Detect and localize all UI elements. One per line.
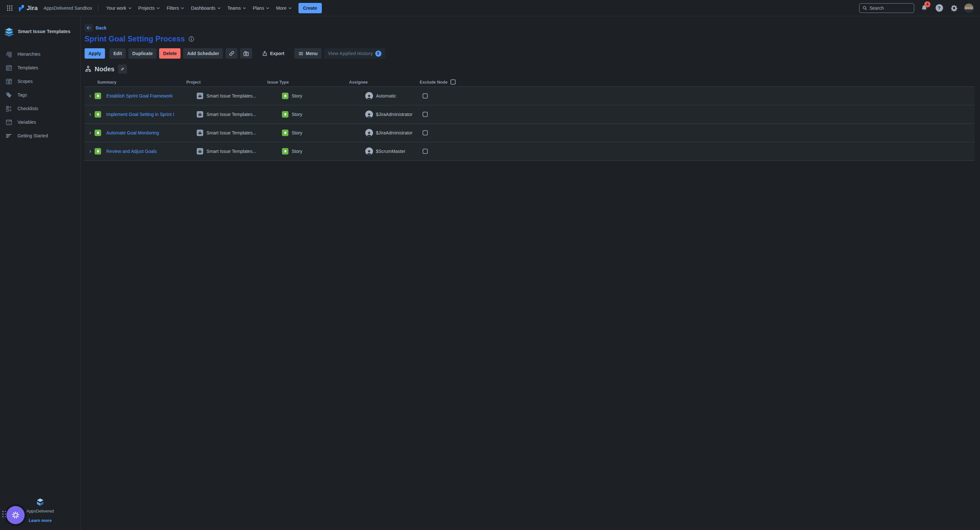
nav-item-dashboards[interactable]: Dashboards bbox=[188, 3, 224, 13]
expand-nodes-button[interactable] bbox=[118, 65, 127, 73]
exclude-node-checkbox[interactable] bbox=[423, 130, 428, 135]
app-switcher-button[interactable] bbox=[5, 3, 15, 13]
sidebar-item-checklists[interactable]: Checklists bbox=[0, 102, 80, 115]
jira-logo-icon bbox=[18, 4, 25, 12]
info-icon[interactable] bbox=[188, 36, 194, 42]
primary-nav: Your work Projects Filters Dashboards Te… bbox=[103, 3, 295, 13]
assignee-name: Automatic bbox=[376, 93, 396, 98]
tags-icon bbox=[5, 92, 12, 98]
row-expander-chevron-icon[interactable] bbox=[88, 113, 92, 116]
main-content: Back Sprint Goal Setting Process Apply E… bbox=[81, 16, 490, 265]
sidebar-item-label: Variables bbox=[18, 119, 36, 125]
add-scheduler-button[interactable]: Add Scheduler bbox=[183, 48, 223, 59]
nav-item-label: Dashboards bbox=[191, 5, 215, 11]
row-expander-chevron-icon[interactable] bbox=[88, 150, 92, 153]
scopes-icon bbox=[5, 78, 12, 85]
nav-item-more[interactable]: More bbox=[273, 3, 295, 13]
top-navigation: Jira AppsDelivered Sandbox Your work Pro… bbox=[0, 0, 490, 16]
duplicate-button[interactable]: Duplicate bbox=[128, 48, 156, 59]
assignee-name: $JiraAdministrator bbox=[376, 130, 412, 135]
project-name: Smart Issue Templates... bbox=[207, 130, 256, 135]
export-button[interactable]: Export bbox=[258, 48, 288, 59]
delete-button[interactable]: Delete bbox=[159, 48, 180, 59]
sidebar-item-templates[interactable]: Templates bbox=[0, 61, 80, 75]
project-avatar-ship-icon bbox=[197, 111, 203, 117]
column-header-project: Project bbox=[186, 80, 267, 84]
back-label: Back bbox=[95, 25, 106, 30]
row-expander-chevron-icon[interactable] bbox=[88, 94, 92, 98]
hierarchies-icon bbox=[5, 51, 12, 58]
app-header: Smart Issue Templates bbox=[0, 16, 80, 37]
sidebar-item-scopes[interactable]: Scopes bbox=[0, 75, 80, 88]
variables-icon: (x) bbox=[5, 119, 12, 126]
assignee-name: $ScrumMaster bbox=[376, 149, 406, 154]
table-header-row: Summary Project Issue Type Assignee Excl… bbox=[84, 78, 490, 87]
project-avatar-ship-icon bbox=[197, 130, 203, 136]
screenshot-button[interactable] bbox=[240, 48, 252, 59]
assignee-avatar-person-icon bbox=[365, 111, 373, 118]
story-icon bbox=[95, 130, 101, 136]
chevron-down-icon bbox=[217, 6, 221, 10]
nav-divider bbox=[98, 5, 99, 12]
row-expander-chevron-icon[interactable] bbox=[88, 131, 92, 135]
svg-text:(x): (x) bbox=[8, 122, 11, 124]
summary-link[interactable]: Establish Sprint Goal Framework bbox=[106, 93, 173, 98]
nodes-section-title: Nodes bbox=[95, 65, 115, 73]
chevron-down-icon bbox=[156, 6, 160, 10]
expand-icon bbox=[120, 67, 125, 71]
project-name: Smart Issue Templates... bbox=[207, 93, 256, 98]
project-name: Smart Issue Templates... bbox=[207, 112, 256, 117]
sidebar-item-hierarchies[interactable]: Hierarchies bbox=[0, 47, 80, 61]
nav-item-your-work[interactable]: Your work bbox=[103, 3, 135, 13]
sidebar-nav: Hierarchies Templates bbox=[0, 47, 80, 143]
exclude-node-checkbox[interactable] bbox=[423, 112, 428, 117]
hamburger-icon bbox=[298, 51, 304, 56]
menu-button[interactable]: Menu bbox=[294, 48, 322, 59]
project-avatar-ship-icon bbox=[197, 148, 203, 154]
table-row: Automate Goal Monitoring Smart Issue Tem… bbox=[84, 124, 490, 142]
back-button[interactable]: Back bbox=[84, 24, 106, 32]
chevron-down-icon bbox=[288, 6, 292, 10]
smart-issue-templates-logo bbox=[3, 25, 15, 37]
view-applied-history-button[interactable]: View Applied History 0 bbox=[324, 48, 385, 59]
nav-item-label: Filters bbox=[167, 5, 179, 11]
nav-item-plans[interactable]: Plans bbox=[250, 3, 273, 13]
nav-item-teams[interactable]: Teams bbox=[224, 3, 250, 13]
sidebar: Smart Issue Templates Hierarchies bbox=[0, 16, 81, 265]
exclude-node-checkbox[interactable] bbox=[423, 93, 428, 98]
summary-link[interactable]: Automate Goal Monitoring bbox=[106, 130, 159, 135]
nav-item-filters[interactable]: Filters bbox=[163, 3, 188, 13]
jira-logo[interactable]: Jira bbox=[18, 4, 38, 12]
chevron-down-icon bbox=[180, 6, 185, 10]
sidebar-item-getting-started[interactable]: Getting Started bbox=[0, 129, 80, 143]
project-name: Smart Issue Templates... bbox=[207, 149, 256, 154]
sidebar-item-variables[interactable]: (x) Variables bbox=[0, 115, 80, 129]
summary-link[interactable]: Review and Adjust Goals bbox=[106, 149, 157, 154]
summary-link[interactable]: Implement Goal Setting in Sprint I bbox=[106, 112, 174, 117]
nav-item-label: Teams bbox=[228, 5, 241, 11]
nodes-table: Summary Project Issue Type Assignee Excl… bbox=[84, 78, 490, 161]
copy-link-button[interactable] bbox=[226, 48, 237, 59]
history-count-badge: 0 bbox=[375, 51, 382, 57]
create-button[interactable]: Create bbox=[299, 3, 322, 13]
project-avatar-ship-icon bbox=[197, 93, 203, 99]
arrow-left-icon bbox=[84, 24, 93, 32]
sidebar-item-label: Checklists bbox=[18, 106, 38, 111]
apply-button[interactable]: Apply bbox=[84, 48, 105, 59]
exclude-node-checkbox[interactable] bbox=[423, 149, 428, 154]
templates-icon bbox=[5, 65, 12, 71]
nav-item-projects[interactable]: Projects bbox=[135, 3, 164, 13]
column-header-issue-type: Issue Type bbox=[267, 80, 349, 84]
edit-button[interactable]: Edit bbox=[110, 48, 126, 59]
column-header-assignee: Assignee bbox=[349, 80, 420, 84]
column-header-exclude-node: Exclude Node bbox=[420, 79, 490, 84]
assignee-name: $JiraAdministrator bbox=[376, 112, 412, 117]
story-icon bbox=[95, 93, 101, 99]
issue-type-label: Story bbox=[292, 112, 302, 117]
nav-item-label: Projects bbox=[138, 5, 155, 11]
sidebar-item-tags[interactable]: Tags bbox=[0, 88, 80, 102]
table-row: Review and Adjust Goals Smart Issue Temp… bbox=[84, 142, 490, 161]
story-icon bbox=[282, 148, 288, 154]
exclude-all-checkbox[interactable] bbox=[450, 79, 456, 84]
link-icon bbox=[229, 51, 235, 56]
